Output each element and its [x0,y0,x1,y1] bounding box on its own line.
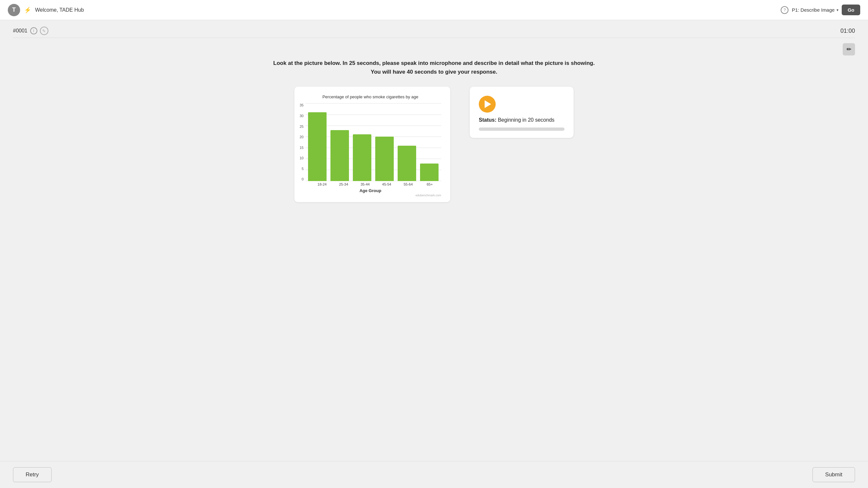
status-text: Status: Beginning in 20 seconds [479,117,564,123]
question-header: #0001 i ✎ 01:00 [13,27,855,35]
x-axis-label: 45-54 [378,182,395,186]
bar-group [353,134,371,181]
help-icon[interactable]: ? [781,6,788,14]
question-id: #0001 [13,28,28,34]
instruction-line2: You will have 40 seconds to give your re… [13,67,855,76]
pencil-area: ✏ [13,43,855,56]
go-button[interactable]: Go [842,4,860,15]
avatar: T [8,4,20,16]
bar [375,137,394,181]
progress-bar [479,128,564,131]
bar [398,146,416,182]
divider [13,38,855,38]
content-area: Percentage of people who smoke cigarette… [13,87,855,202]
y-axis-label: 20 [300,135,304,139]
timer: 01:00 [840,28,855,34]
chart-watermark: edubenchmark.com [300,194,441,197]
play-button[interactable] [479,96,496,112]
info-icon[interactable]: i [30,27,37,34]
submit-button[interactable]: Submit [812,467,855,482]
y-axis-label: 25 [300,125,304,129]
chevron-down-icon: ▾ [837,8,838,12]
welcome-text: Welcome, TADE Hub [35,7,84,13]
status-card: Status: Beginning in 20 seconds [470,87,574,138]
y-axis-label: 10 [300,156,304,160]
main-content: #0001 i ✎ 01:00 ✏ Look at the picture be… [0,20,868,461]
x-axis-label: 65+ [421,182,438,186]
bar-group [308,112,327,182]
bar [308,112,327,182]
app-header: T ⚡ Welcome, TADE Hub ? P1: Describe Ima… [0,0,868,20]
footer: Retry Submit [0,461,868,488]
lightning-icon: ⚡ [24,6,31,13]
bars-row [306,103,441,181]
bars-area [306,103,441,181]
y-axis-label: 35 [300,103,304,107]
edit-icon[interactable]: ✎ [40,27,49,35]
bar [420,164,438,182]
question-id-row: #0001 i ✎ [13,27,49,35]
y-axis-label: 15 [300,146,304,150]
chart-container: Percentage of people who smoke cigarette… [294,87,450,202]
task-selector[interactable]: P1: Describe Image ▾ [792,7,838,13]
status-label: Status: [479,117,496,123]
x-axis-label: 25-34 [335,182,352,186]
play-triangle-icon [485,100,491,108]
y-axis: 35302520151050 [300,103,306,181]
bar-group [398,146,416,182]
x-axis-labels: 18-2425-3435-4445-5455-6465+ [311,181,441,186]
x-axis-label: 35-44 [356,182,374,186]
bar [353,134,371,181]
x-axis-label: 18-24 [313,182,331,186]
y-axis-label: 30 [300,114,304,118]
bar [331,130,349,182]
x-axis-title: Age Group [300,188,441,193]
task-label: P1: Describe Image [792,7,835,13]
instruction-line1: Look at the picture below. In 25 seconds… [13,59,855,67]
x-axis-label: 55-64 [399,182,417,186]
y-axis-label: 0 [302,177,304,181]
pencil-icon[interactable]: ✏ [843,43,855,56]
status-value: Beginning in 20 seconds [498,117,554,123]
chart-area: 35302520151050 18-2425-3435-4445-5455-64… [300,103,441,197]
instructions: Look at the picture below. In 25 seconds… [13,59,855,76]
bar-group [375,137,394,181]
y-axis-label: 5 [302,167,304,171]
retry-button[interactable]: Retry [13,467,52,482]
bar-group [331,130,349,182]
chart-title: Percentage of people who smoke cigarette… [300,94,441,99]
bar-group [420,164,438,182]
header-right: ? P1: Describe Image ▾ Go [781,4,860,15]
chart-inner: 35302520151050 [300,103,441,181]
